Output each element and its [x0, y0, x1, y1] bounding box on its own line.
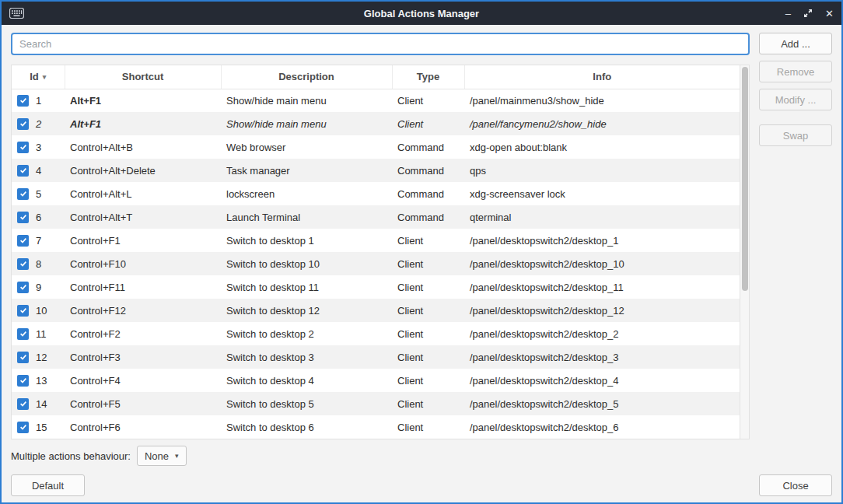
multiple-actions-dropdown[interactable]: None ▾ [137, 446, 187, 466]
cell-description: Switch to desktop 11 [221, 275, 392, 299]
row-checkbox[interactable] [17, 352, 29, 363]
default-button[interactable]: Default [11, 474, 85, 496]
vertical-scrollbar[interactable] [740, 65, 749, 439]
cell-description: Show/hide main menu [221, 112, 392, 135]
cell-type: Client [392, 415, 464, 439]
row-checkbox[interactable] [17, 375, 29, 387]
cell-info: /panel/desktopswitch2/desktop_12 [464, 299, 740, 322]
row-id: 1 [36, 95, 41, 107]
row-id: 4 [36, 165, 41, 177]
table-row[interactable]: 12Control+F3Switch to desktop 3Client/pa… [12, 345, 740, 369]
scrollbar-thumb[interactable] [742, 67, 748, 291]
remove-button[interactable]: Remove [759, 61, 832, 82]
cell-description: Switch to desktop 12 [221, 299, 392, 322]
shortcuts-table: Id▾ShortcutDescriptionTypeInfo 1Alt+F1Sh… [11, 65, 750, 439]
cell-type: Client [392, 89, 464, 112]
restore-button[interactable] [803, 9, 813, 18]
multiple-actions-label: Multiple actions behaviour: [11, 450, 131, 462]
row-id: 13 [36, 375, 47, 387]
column-header-description[interactable]: Description [221, 65, 392, 89]
cell-description: Task manager [221, 159, 392, 182]
table-row[interactable]: 13Control+F4Switch to desktop 4Client/pa… [12, 369, 740, 392]
table-row[interactable]: 3Control+Alt+BWeb browserCommandxdg-open… [12, 135, 740, 159]
table-row[interactable]: 1Alt+F1Show/hide main menuClient/panel/m… [12, 89, 740, 112]
minimize-button[interactable]: – [785, 9, 791, 19]
cell-description: Web browser [221, 135, 392, 159]
cell-shortcut: Control+F11 [65, 275, 221, 299]
table-row[interactable]: 5Control+Alt+LlockscreenCommandxdg-scree… [12, 182, 740, 205]
cell-description: Switch to desktop 3 [221, 345, 392, 369]
cell-description: Switch to desktop 6 [221, 415, 392, 439]
row-checkbox[interactable] [17, 328, 29, 340]
table-row[interactable]: 9Control+F11Switch to desktop 11Client/p… [12, 275, 740, 299]
row-checkbox[interactable] [17, 142, 29, 153]
cell-description: lockscreen [221, 182, 392, 205]
swap-button[interactable]: Swap [759, 124, 832, 146]
table-row[interactable]: 10Control+F12Switch to desktop 12Client/… [12, 299, 740, 322]
cell-type: Command [392, 182, 464, 205]
table-row[interactable]: 7Control+F1Switch to desktop 1Client/pan… [12, 229, 740, 252]
row-checkbox[interactable] [17, 118, 29, 130]
cell-type: Command [392, 159, 464, 182]
row-checkbox[interactable] [17, 258, 29, 270]
modify-button[interactable]: Modify ... [759, 89, 832, 110]
row-checkbox[interactable] [17, 212, 29, 223]
close-dialog-button[interactable]: Close [759, 474, 832, 496]
cell-info: /panel/desktopswitch2/desktop_11 [464, 275, 740, 299]
cell-type: Client [392, 252, 464, 275]
row-id: 2 [36, 118, 41, 130]
column-label: Id [30, 71, 39, 82]
row-checkbox[interactable] [17, 95, 29, 107]
cell-shortcut: Control+F3 [65, 345, 221, 369]
row-id: 7 [36, 235, 41, 247]
row-id: 6 [36, 212, 41, 223]
column-header-shortcut[interactable]: Shortcut [65, 65, 221, 89]
cell-shortcut: Control+F6 [65, 415, 221, 439]
cell-info: /panel/desktopswitch2/desktop_4 [464, 369, 740, 392]
table-body: 1Alt+F1Show/hide main menuClient/panel/m… [12, 89, 740, 439]
keyboard-icon[interactable] [9, 8, 24, 19]
table-row[interactable]: 11Control+F2Switch to desktop 2Client/pa… [12, 322, 740, 345]
add-button[interactable]: Add ... [759, 33, 832, 54]
table-row[interactable]: 2Alt+F1Show/hide main menuClient/panel/f… [12, 112, 740, 135]
column-header-id[interactable]: Id▾ [12, 65, 65, 89]
cell-shortcut: Control+F2 [65, 322, 221, 345]
cell-description: Switch to desktop 10 [221, 252, 392, 275]
row-checkbox[interactable] [17, 165, 29, 177]
cell-shortcut: Control+F10 [65, 252, 221, 275]
table-row[interactable]: 6Control+Alt+TLaunch TerminalCommandqter… [12, 205, 740, 229]
row-checkbox[interactable] [17, 188, 29, 200]
row-id: 12 [36, 352, 47, 363]
action-buttons-rail: Add ... Remove Modify ... Swap [759, 33, 832, 146]
global-actions-manager-window: Global Actions Manager – ✕ [0, 0, 843, 504]
titlebar: Global Actions Manager – ✕ [2, 2, 841, 25]
close-button[interactable]: ✕ [825, 9, 834, 19]
cell-info: /panel/mainmenu3/show_hide [464, 89, 740, 112]
window-title: Global Actions Manager [2, 8, 841, 19]
row-checkbox[interactable] [17, 235, 29, 247]
cell-description: Switch to desktop 1 [221, 229, 392, 252]
window-controls: – ✕ [785, 9, 834, 19]
column-header-info[interactable]: Info [464, 65, 740, 89]
cell-info: /panel/desktopswitch2/desktop_5 [464, 392, 740, 415]
table-row[interactable]: 4Control+Alt+DeleteTask managerCommandqp… [12, 159, 740, 182]
cell-shortcut: Control+F4 [65, 369, 221, 392]
row-checkbox[interactable] [17, 305, 29, 317]
cell-type: Client [392, 112, 464, 135]
row-checkbox[interactable] [17, 422, 29, 433]
search-input[interactable] [11, 33, 750, 55]
row-checkbox[interactable] [17, 282, 29, 293]
cell-shortcut: Control+Alt+T [65, 205, 221, 229]
cell-type: Command [392, 135, 464, 159]
cell-type: Client [392, 392, 464, 415]
chevron-down-icon: ▾ [175, 452, 179, 460]
cell-description: Switch to desktop 2 [221, 322, 392, 345]
cell-info: /panel/desktopswitch2/desktop_6 [464, 415, 740, 439]
table-row[interactable]: 15Control+F6Switch to desktop 6Client/pa… [12, 415, 740, 439]
row-checkbox[interactable] [17, 398, 29, 410]
column-header-type[interactable]: Type [392, 65, 464, 89]
table-row[interactable]: 14Control+F5Switch to desktop 5Client/pa… [12, 392, 740, 415]
cell-description: Launch Terminal [221, 205, 392, 229]
table-row[interactable]: 8Control+F10Switch to desktop 10Client/p… [12, 252, 740, 275]
cell-type: Client [392, 322, 464, 345]
